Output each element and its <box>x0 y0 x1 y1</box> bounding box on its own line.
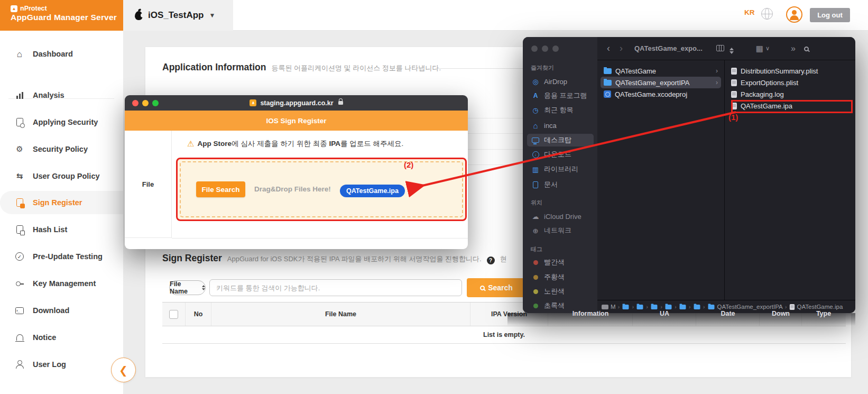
finder-item-library[interactable]: ▥라이브러리 <box>527 163 594 176</box>
close-icon[interactable] <box>132 100 138 106</box>
path-segment-folder[interactable]: QATestGame_exportIPA <box>717 304 783 310</box>
finder-file-row[interactable]: ExportOptions.plist <box>728 77 852 88</box>
sidebar-item-user-log[interactable]: User Log <box>0 353 123 376</box>
sidebar-item-label: Dashboard <box>33 50 73 58</box>
file-search-button[interactable]: File Search <box>196 181 245 197</box>
finder-item-desktop[interactable]: 데스크탑 <box>527 134 594 146</box>
select-all-checkbox[interactable] <box>169 310 178 319</box>
finder-favorites-header: 즐겨찾기 <box>531 64 554 72</box>
finder-item-airdrop[interactable]: ◎AirDrop <box>527 75 594 88</box>
sidebar-item-download[interactable]: Download <box>0 299 123 322</box>
search-icon[interactable] <box>804 44 809 53</box>
finder-window: 즐겨찾기 ◎AirDrop A응용 프로그램 ◷최근 항목 ⌂inca 데스크탑… <box>523 37 855 313</box>
file-row-label: File <box>125 131 172 238</box>
sidebar-item-key-management[interactable]: Key Management <box>0 272 123 295</box>
finder-file-row[interactable]: QATestGame.xcodeproj <box>601 88 721 100</box>
finder-file-row[interactable]: Packaging.log <box>728 88 852 100</box>
lock-icon <box>338 101 343 105</box>
finder-locations-header: 위치 <box>531 199 542 207</box>
chevron-right-icon: › <box>716 79 718 86</box>
finder-item-network[interactable]: ⊕네트워크 <box>527 224 594 237</box>
finder-file-row[interactable]: DistributionSummary.plist <box>728 65 852 77</box>
sidebar-item-security-policy[interactable]: ⚙ Security Policy <box>0 138 123 161</box>
minimize-icon[interactable] <box>142 100 149 106</box>
finder-item-icloud[interactable]: ☁iCloud Drive <box>527 210 594 223</box>
annotation-2: (2) <box>404 160 413 169</box>
app-selector[interactable]: iOS_TestApp ▼ <box>123 0 233 31</box>
group-icon[interactable]: ▦ <box>756 44 763 53</box>
sidebar-item-sign-register[interactable]: Sign Register <box>0 191 123 214</box>
desktop-icon <box>531 138 540 143</box>
back-icon[interactable]: ‹ <box>607 43 610 54</box>
finder-item-home[interactable]: ⌂inca <box>527 119 594 132</box>
sidebar-item-label: Notice <box>33 333 56 342</box>
logo-line1: nProtect <box>20 5 47 12</box>
modal-body: File ⚠ App Store에 심사 제출을 하기 위한 최종 IPA를 업… <box>125 131 468 249</box>
folder-icon[interactable] <box>623 305 629 309</box>
finder-tag-yellow[interactable]: 노란색 <box>527 285 594 298</box>
tag-dot-icon <box>531 260 540 265</box>
sort-icon[interactable] <box>730 43 734 54</box>
sidebar-item-pre-update-testing[interactable]: ✓ Pre-Update Testing <box>0 245 123 268</box>
help-icon[interactable]: ? <box>487 256 495 264</box>
file-dropzone[interactable]: File Search Drag&Drop Files Here! QATest… <box>176 158 467 221</box>
language-label[interactable]: KR <box>744 8 755 16</box>
check-circle-icon: ✓ <box>15 252 24 261</box>
filter-select[interactable]: File Name <box>169 280 206 295</box>
network-icon: ⊕ <box>531 227 540 235</box>
search-button[interactable]: Search <box>467 278 526 297</box>
finder-traffic-lights[interactable] <box>531 45 559 52</box>
dragdrop-hint: Drag&Drop Files Here! <box>254 185 331 193</box>
home-icon: ⌂ <box>15 50 24 59</box>
forward-icon[interactable]: › <box>620 43 623 54</box>
folder-icon[interactable] <box>679 305 686 309</box>
warning-icon: ⚠ <box>187 139 194 149</box>
logout-button[interactable]: Log out <box>810 8 850 22</box>
finder-item-recents[interactable]: ◷최근 항목 <box>527 104 594 116</box>
tag-dot-icon <box>531 289 540 294</box>
folder-icon[interactable] <box>637 305 643 309</box>
sidebar-item-user-group-policy[interactable]: ⇆ User Group Policy <box>0 164 123 188</box>
sidebar-item-label: Sign Register <box>33 198 82 207</box>
tag-dot-icon <box>531 275 540 280</box>
path-segment-file[interactable]: QATestGame.ipa <box>797 304 843 310</box>
chart-icon <box>15 92 24 99</box>
sidebar-item-label: Applying Security <box>33 118 98 126</box>
column-header-type-overlay: Type <box>816 310 831 317</box>
folder-icon[interactable] <box>665 305 671 309</box>
chevron-down-icon: ▼ <box>209 12 215 19</box>
folder-icon[interactable] <box>694 305 700 309</box>
doc-hash-icon <box>15 225 24 234</box>
finder-item-downloads[interactable]: ↓다운로드 <box>527 148 594 161</box>
finder-file-row-ipa[interactable]: QATestGame.ipa <box>728 100 852 112</box>
user-avatar-icon[interactable] <box>786 6 802 23</box>
column-view-icon[interactable] <box>716 44 724 53</box>
selected-file-chip[interactable]: QATestGame.ipa <box>340 185 405 197</box>
folder-icon[interactable] <box>651 305 658 309</box>
globe-icon[interactable] <box>761 8 773 20</box>
more-toolbar-icon[interactable]: » <box>791 44 796 53</box>
arrows-ic on: ⇆ <box>15 171 24 181</box>
folder-icon <box>604 80 612 86</box>
sidebar-item-notice[interactable]: Notice <box>0 326 123 349</box>
sidebar-collapse-button[interactable]: ❮ <box>111 358 136 382</box>
sign-register-title: Sign Register <box>162 253 222 264</box>
finder-tag-red[interactable]: 빨간색 <box>527 256 594 269</box>
ipa-file-icon <box>789 304 794 309</box>
sidebar-item-hash-list[interactable]: Hash List <box>0 218 123 241</box>
path-segment[interactable]: M <box>611 304 616 310</box>
finder-item-applications[interactable]: A응용 프로그램 <box>527 89 594 102</box>
finder-tag-orange[interactable]: 주황색 <box>527 271 594 283</box>
finder-item-documents[interactable]: 문서 <box>527 178 594 191</box>
finder-file-row[interactable]: QATestGame› <box>601 65 721 77</box>
maximize-icon[interactable] <box>152 100 159 106</box>
finder-file-row-selected[interactable]: QATestGame_exportIPA› <box>601 77 721 88</box>
sidebar-item-label: Analysis <box>33 91 64 99</box>
key-icon <box>15 279 24 288</box>
folder-icon <box>708 305 714 309</box>
sidebar-item-analysis[interactable]: Analysis <box>0 84 123 107</box>
search-input[interactable] <box>209 279 462 296</box>
sidebar-item-dashboard[interactable]: ⌂ Dashboard <box>0 42 123 66</box>
chevron-down-icon[interactable]: ∨ <box>765 45 770 52</box>
sidebar-item-applying-security[interactable]: Applying Security <box>0 111 123 134</box>
